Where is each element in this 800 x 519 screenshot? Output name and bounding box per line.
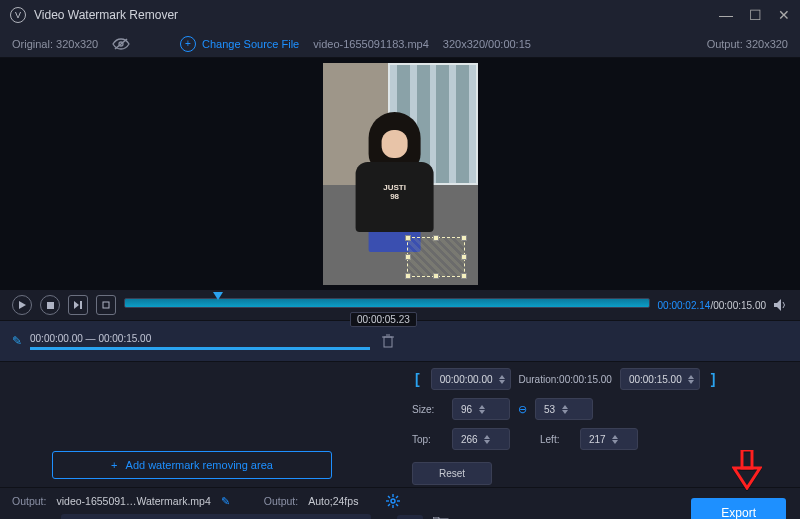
svg-rect-8 bbox=[384, 337, 392, 347]
output-format-value: Auto;24fps bbox=[308, 495, 358, 507]
top-input[interactable]: 266 bbox=[452, 428, 510, 450]
video-preview[interactable]: JUSTI98 bbox=[0, 58, 800, 290]
output-file-label: Output: bbox=[12, 495, 46, 507]
output-format-label: Output: bbox=[264, 495, 298, 507]
plus-icon: + bbox=[111, 459, 117, 471]
volume-icon[interactable] bbox=[774, 299, 788, 311]
edit-output-icon[interactable]: ✎ bbox=[221, 495, 230, 507]
svg-rect-3 bbox=[47, 302, 54, 309]
brush-icon[interactable]: ✎ bbox=[12, 334, 22, 348]
playback-bar: 00:00:05.23 00:00:02.14/00:00:15.00 bbox=[0, 290, 800, 320]
watermark-selection-box[interactable] bbox=[407, 237, 465, 277]
left-label: Left: bbox=[540, 434, 572, 445]
resize-handle-icon[interactable] bbox=[405, 235, 411, 241]
add-watermark-area-button[interactable]: + Add watermark removing area bbox=[52, 451, 332, 479]
resize-handle-icon[interactable] bbox=[405, 273, 411, 279]
link-aspect-icon[interactable]: ⊖ bbox=[518, 403, 527, 416]
segment-range: 00:00:00.00 — 00:00:15.00 bbox=[30, 333, 370, 344]
app-logo-icon: V bbox=[10, 7, 26, 23]
source-filename: video-1655091183.mp4 bbox=[313, 38, 429, 50]
resize-handle-icon[interactable] bbox=[461, 273, 467, 279]
resize-handle-icon[interactable] bbox=[461, 254, 467, 260]
duration-value: 00:00:15.00 bbox=[559, 374, 612, 385]
svg-marker-7 bbox=[774, 299, 781, 311]
output-file-value: video-1655091…Watermark.mp4 bbox=[56, 495, 210, 507]
time-tooltip: 00:00:05.23 bbox=[350, 312, 417, 327]
size-height-input[interactable]: 53 bbox=[535, 398, 593, 420]
size-label: Size: bbox=[412, 404, 444, 415]
add-watermark-label: Add watermark removing area bbox=[126, 459, 273, 471]
segment-bar bbox=[30, 347, 370, 350]
start-time-input[interactable]: 00:00:00.00 bbox=[431, 368, 511, 390]
export-button[interactable]: Export bbox=[691, 498, 786, 519]
video-frame: JUSTI98 bbox=[323, 63, 478, 285]
bottom-bar: Output: video-1655091…Watermark.mp4 ✎ Ou… bbox=[0, 487, 800, 519]
duration-label: Duration: bbox=[519, 374, 560, 385]
svg-marker-4 bbox=[74, 301, 79, 309]
delete-segment-icon[interactable] bbox=[382, 334, 394, 348]
svg-line-18 bbox=[396, 496, 398, 498]
bracket-in-icon[interactable]: [ bbox=[412, 371, 423, 387]
titlebar: V Video Watermark Remover — ☐ ✕ bbox=[0, 0, 800, 30]
svg-line-16 bbox=[388, 496, 390, 498]
step-frame-button[interactable] bbox=[68, 295, 88, 315]
timeline[interactable]: 00:00:05.23 bbox=[124, 298, 650, 312]
browse-path-button[interactable]: ••• bbox=[397, 515, 423, 519]
svg-line-19 bbox=[388, 504, 390, 506]
settings-gear-icon[interactable] bbox=[386, 494, 400, 508]
output-size: Output: 320x320 bbox=[707, 38, 788, 50]
original-label: Original: 320x320 bbox=[12, 38, 98, 50]
minimize-icon[interactable]: — bbox=[719, 7, 733, 23]
svg-rect-6 bbox=[103, 302, 109, 308]
change-source-button[interactable]: + Change Source File bbox=[180, 36, 299, 52]
reset-button[interactable]: Reset bbox=[412, 462, 492, 485]
save-to-path[interactable]: C:\Users\Vidmore Video Converter\Video W… bbox=[61, 514, 371, 519]
controls-area: + Add watermark removing area [ 00:00:00… bbox=[0, 362, 800, 487]
preview-toggle-icon[interactable] bbox=[112, 37, 130, 51]
segment-item[interactable]: 00:00:00.00 — 00:00:15.00 bbox=[30, 333, 370, 350]
window-buttons: — ☐ ✕ bbox=[719, 7, 790, 23]
stop-button[interactable] bbox=[40, 295, 60, 315]
resize-handle-icon[interactable] bbox=[461, 235, 467, 241]
playhead-icon[interactable] bbox=[213, 292, 223, 300]
resize-handle-icon[interactable] bbox=[433, 273, 439, 279]
capture-button[interactable] bbox=[96, 295, 116, 315]
svg-point-11 bbox=[391, 499, 395, 503]
source-fileinfo: 320x320/00:00:15 bbox=[443, 38, 531, 50]
svg-marker-2 bbox=[19, 301, 26, 309]
end-time-input[interactable]: 00:00:15.00 bbox=[620, 368, 700, 390]
play-button[interactable] bbox=[12, 295, 32, 315]
maximize-icon[interactable]: ☐ bbox=[749, 7, 762, 23]
plus-circle-icon: + bbox=[180, 36, 196, 52]
svg-rect-5 bbox=[80, 301, 82, 309]
app-title: Video Watermark Remover bbox=[34, 8, 178, 22]
time-readout: 00:00:02.14/00:00:15.00 bbox=[658, 300, 766, 311]
svg-line-17 bbox=[396, 504, 398, 506]
top-label: Top: bbox=[412, 434, 444, 445]
top-info-bar: Original: 320x320 + Change Source File v… bbox=[0, 30, 800, 58]
left-input[interactable]: 217 bbox=[580, 428, 638, 450]
bracket-out-icon[interactable]: ] bbox=[708, 371, 719, 387]
resize-handle-icon[interactable] bbox=[433, 235, 439, 241]
close-icon[interactable]: ✕ bbox=[778, 7, 790, 23]
resize-handle-icon[interactable] bbox=[405, 254, 411, 260]
size-width-input[interactable]: 96 bbox=[452, 398, 510, 420]
change-source-label: Change Source File bbox=[202, 38, 299, 50]
